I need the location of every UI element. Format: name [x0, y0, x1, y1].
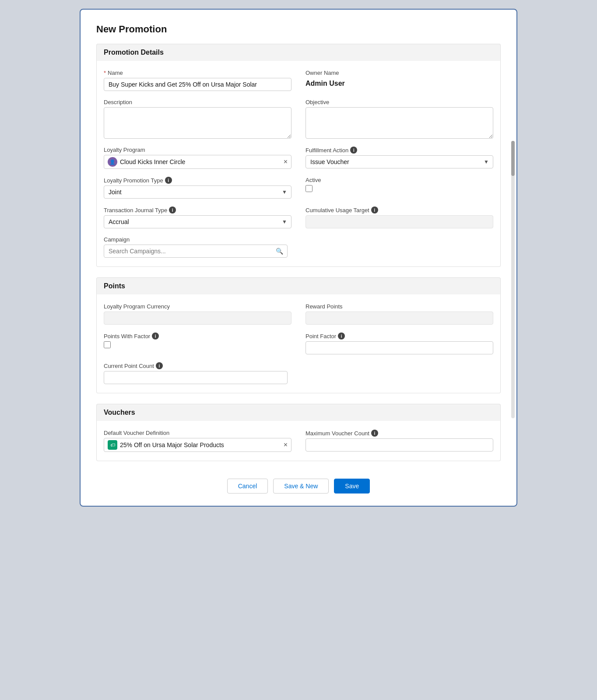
- points-with-factor-label: Points With Factor i: [104, 332, 291, 340]
- scrollbar-thumb[interactable]: [511, 141, 515, 176]
- loyalty-program-icon: 👤: [108, 157, 117, 167]
- journal-type-select[interactable]: Accrual: [104, 215, 291, 228]
- points-with-factor-checkbox-wrapper: [104, 341, 291, 348]
- reward-points-input: [306, 312, 493, 325]
- form-row-voucher-fields: Default Voucher Definition 🏷 25% Off on …: [104, 430, 493, 452]
- form-col-owner: Owner Name Admin User: [306, 70, 493, 91]
- form-col-current-point-spacer: [302, 362, 493, 384]
- scrollbar-track[interactable]: [511, 141, 515, 418]
- loyalty-program-clear[interactable]: ×: [284, 158, 288, 165]
- new-promotion-modal: New Promotion Promotion Details * Name O…: [80, 9, 517, 507]
- default-voucher-value: 25% Off on Ursa Major Solar Products: [120, 441, 281, 448]
- page-title: New Promotion: [96, 24, 501, 35]
- fulfillment-info-icon[interactable]: i: [350, 147, 357, 154]
- form-col-journal-type: Transaction Journal Type i Accrual ▼: [104, 206, 291, 228]
- form-col-reward-points: Reward Points: [306, 303, 493, 325]
- form-col-active: Active: [306, 177, 493, 199]
- loyalty-program-currency-input: [104, 312, 291, 325]
- point-factor-label: Point Factor i: [306, 332, 493, 340]
- point-factor-input[interactable]: [306, 341, 493, 354]
- points-with-factor-checkbox[interactable]: [104, 341, 111, 348]
- loyalty-promotion-type-label: Loyalty Promotion Type i: [104, 177, 291, 184]
- form-col-name: * Name: [104, 70, 291, 91]
- owner-label: Owner Name: [306, 70, 493, 76]
- form-col-campaign-spacer: [302, 236, 493, 258]
- save-new-button[interactable]: Save & New: [273, 479, 329, 494]
- transaction-journal-type-label: Transaction Journal Type i: [104, 206, 291, 214]
- form-col-objective: Objective: [306, 99, 493, 139]
- form-row-points-factor: Points With Factor i Point Factor i: [104, 332, 493, 354]
- points-body: Loyalty Program Currency Reward Points P…: [96, 294, 501, 393]
- loyalty-program-value: Cloud Kicks Inner Circle: [120, 158, 281, 165]
- campaign-search-wrapper: 🔍: [104, 245, 288, 258]
- cumulative-info-icon[interactable]: i: [371, 206, 378, 214]
- form-col-fulfillment: Fulfillment Action i Issue Voucher ▼: [306, 147, 493, 169]
- owner-value: Admin User: [306, 78, 493, 88]
- form-col-points-with-factor: Points With Factor i: [104, 332, 291, 354]
- fulfillment-action-select[interactable]: Issue Voucher: [306, 155, 493, 168]
- form-col-max-voucher-count: Maximum Voucher Count i: [306, 430, 493, 452]
- form-row-current-point-count: Current Point Count i: [104, 362, 493, 384]
- form-row-loyalty-fulfillment: Loyalty Program 👤 Cloud Kicks Inner Circ…: [104, 147, 493, 169]
- current-point-count-label: Current Point Count i: [104, 362, 288, 369]
- description-input[interactable]: [104, 107, 291, 139]
- default-voucher-input[interactable]: 🏷 25% Off on Ursa Major Solar Products ×: [104, 438, 291, 452]
- required-star: *: [104, 70, 106, 76]
- form-row-campaign: Campaign 🔍: [104, 236, 493, 258]
- objective-label: Objective: [306, 99, 493, 105]
- default-voucher-clear[interactable]: ×: [284, 441, 288, 448]
- fulfillment-action-select-wrapper: Issue Voucher ▼: [306, 155, 493, 168]
- current-point-count-info-icon[interactable]: i: [156, 362, 163, 369]
- form-row-journal-cumulative: Transaction Journal Type i Accrual ▼ Cum…: [104, 206, 493, 228]
- form-col-description: Description: [104, 99, 291, 139]
- point-factor-info-icon[interactable]: i: [338, 332, 345, 340]
- vouchers-section: Vouchers Default Voucher Definition 🏷 25…: [96, 404, 501, 461]
- loyalty-type-info-icon[interactable]: i: [165, 177, 172, 184]
- journal-type-info-icon[interactable]: i: [169, 206, 176, 214]
- maximum-voucher-count-label: Maximum Voucher Count i: [306, 430, 493, 437]
- form-col-campaign: Campaign 🔍: [104, 236, 288, 258]
- loyalty-type-select[interactable]: Joint: [104, 186, 291, 199]
- voucher-tag-icon: 🏷: [108, 440, 117, 450]
- vouchers-body: Default Voucher Definition 🏷 25% Off on …: [96, 421, 501, 461]
- active-checkbox-wrapper: [306, 185, 493, 192]
- loyalty-type-select-wrapper: Joint ▼: [104, 186, 291, 199]
- active-checkbox[interactable]: [306, 185, 313, 192]
- promotion-details-body: * Name Owner Name Admin User Description: [96, 61, 501, 267]
- max-voucher-count-info-icon[interactable]: i: [371, 430, 378, 437]
- cumulative-usage-target-input: [306, 215, 493, 228]
- points-header: Points: [96, 277, 501, 294]
- campaign-label: Campaign: [104, 236, 288, 243]
- promotion-details-header: Promotion Details: [96, 44, 501, 61]
- vouchers-header: Vouchers: [96, 404, 501, 421]
- cancel-button[interactable]: Cancel: [227, 479, 268, 494]
- campaign-search-input[interactable]: [104, 245, 288, 258]
- form-row-type-active: Loyalty Promotion Type i Joint ▼ Active: [104, 177, 493, 199]
- form-col-loyalty-type: Loyalty Promotion Type i Joint ▼: [104, 177, 291, 199]
- fulfillment-action-label: Fulfillment Action i: [306, 147, 493, 154]
- form-row-desc-obj: Description Objective: [104, 99, 493, 139]
- name-input[interactable]: [104, 78, 291, 91]
- save-button[interactable]: Save: [334, 479, 370, 494]
- points-section: Points Loyalty Program Currency Reward P…: [96, 277, 501, 393]
- description-label: Description: [104, 99, 291, 105]
- form-row-name-owner: * Name Owner Name Admin User: [104, 70, 493, 91]
- current-point-count-input[interactable]: [104, 371, 288, 384]
- points-with-factor-info-icon[interactable]: i: [152, 332, 159, 340]
- loyalty-program-label: Loyalty Program: [104, 147, 291, 153]
- form-col-current-point-count: Current Point Count i: [104, 362, 288, 384]
- footer-buttons: Cancel Save & New Save: [96, 472, 501, 494]
- journal-type-select-wrapper: Accrual ▼: [104, 215, 291, 228]
- form-row-currency-rewards: Loyalty Program Currency Reward Points: [104, 303, 493, 325]
- form-col-cumulative: Cumulative Usage Target i: [306, 206, 493, 228]
- maximum-voucher-count-input[interactable]: [306, 438, 493, 452]
- form-col-point-factor: Point Factor i: [306, 332, 493, 354]
- objective-input[interactable]: [306, 107, 493, 139]
- promotion-details-section: Promotion Details * Name Owner Name Admi…: [96, 44, 501, 267]
- loyalty-program-input[interactable]: 👤 Cloud Kicks Inner Circle ×: [104, 155, 291, 169]
- active-label: Active: [306, 177, 493, 183]
- reward-points-label: Reward Points: [306, 303, 493, 310]
- form-col-currency: Loyalty Program Currency: [104, 303, 291, 325]
- form-col-default-voucher: Default Voucher Definition 🏷 25% Off on …: [104, 430, 291, 452]
- form-col-loyalty-program: Loyalty Program 👤 Cloud Kicks Inner Circ…: [104, 147, 291, 169]
